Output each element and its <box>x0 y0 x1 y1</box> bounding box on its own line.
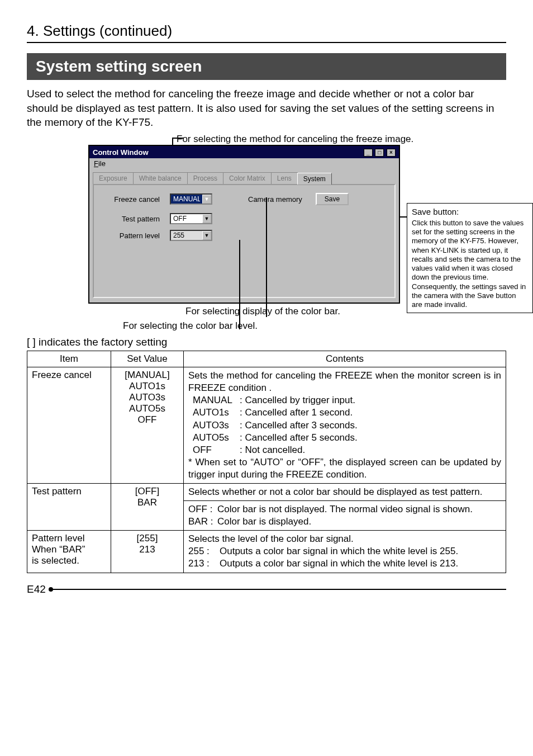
leader-line <box>239 240 240 329</box>
cell-set: [MANUAL] AUTO1s AUTO3s AUTO5s OFF <box>111 367 184 484</box>
page-title-banner: System setting screen <box>27 53 506 80</box>
tab-process[interactable]: Process <box>187 172 223 184</box>
cell-contents: Selects the level of the color bar signa… <box>184 531 506 573</box>
cell-contents: OFF :Color bar is not displayed. The nor… <box>184 501 506 531</box>
tab-exposure[interactable]: Exposure <box>93 172 134 184</box>
callout-body: Click this button to save the values set… <box>412 219 528 310</box>
window-titlebar: Control Window _ □ × <box>89 146 399 158</box>
freeze-cancel-label: Freeze cancel <box>101 195 162 204</box>
contents-intro: Sets the method for canceling the FREEZE… <box>188 370 501 394</box>
opt-val: Cancelled after 5 seconds. <box>245 432 357 443</box>
caption-level: For selecting the color bar level. <box>123 320 506 332</box>
contents-note: * When set to “AUTO” or “OFF”, the displ… <box>188 456 501 481</box>
th-item: Item <box>27 351 111 367</box>
freeze-cancel-select[interactable]: ▼ <box>170 193 212 205</box>
opt-key: AUTO1s <box>193 407 240 419</box>
opt-key: OFF : <box>188 503 217 516</box>
camera-memory-label: Camera memory <box>248 195 302 204</box>
opt-key: AUTO3s <box>193 419 240 432</box>
table-row: Freeze cancel [MANUAL] AUTO1s AUTO3s AUT… <box>27 367 506 484</box>
table-header-row: Item Set Value Contents <box>27 351 506 367</box>
opt-val: Color bar is not displayed. The normal v… <box>217 504 473 514</box>
menu-bar: File <box>89 158 399 169</box>
freeze-cancel-value[interactable] <box>171 195 202 203</box>
cell-item: Test pattern <box>27 484 111 531</box>
save-callout: Save button: Click this button to save t… <box>407 203 533 313</box>
chevron-down-icon[interactable]: ▼ <box>202 231 211 240</box>
cell-contents: Sets the method for canceling the FREEZE… <box>184 367 506 484</box>
opt-val: Cancelled after 1 second. <box>245 407 353 418</box>
cell-contents: Selects whether or not a color bar shoul… <box>184 484 506 501</box>
opt-val: Outputs a color bar signal in which the … <box>220 558 458 569</box>
control-window: Control Window _ □ × File Exposure White… <box>88 145 400 304</box>
caption-freeze-method: For selecting the method for canceling t… <box>177 133 506 145</box>
test-pattern-value[interactable] <box>171 215 202 223</box>
window-title: Control Window <box>93 148 149 157</box>
maximize-icon[interactable]: □ <box>375 149 384 157</box>
opt-key: OFF <box>193 444 240 456</box>
cell-item: Freeze cancel <box>27 367 111 484</box>
tab-system[interactable]: System <box>297 173 332 185</box>
leader-line <box>266 197 267 317</box>
factory-setting-note: [ ] indicates the factory setting <box>27 336 506 348</box>
opt-val: Not cancelled. <box>245 445 305 455</box>
th-contents: Contents <box>184 351 506 367</box>
menu-file[interactable]: File <box>94 159 106 168</box>
pattern-level-select[interactable]: ▼ <box>170 230 212 241</box>
minimize-icon[interactable]: _ <box>364 149 373 157</box>
chevron-down-icon[interactable]: ▼ <box>202 214 211 223</box>
page-number: E42 <box>27 583 46 596</box>
opt-key: 213 : <box>188 557 220 570</box>
window-controls: _ □ × <box>363 148 396 157</box>
settings-table: Item Set Value Contents Freeze cancel [M… <box>27 351 506 573</box>
tab-white-balance[interactable]: White balance <box>133 172 188 184</box>
callout-title: Save button: <box>412 207 528 218</box>
opt-key: BAR : <box>188 516 217 528</box>
opt-key: AUTO5s <box>193 432 240 444</box>
cell-set: [OFF] BAR <box>111 484 184 531</box>
leader-line <box>399 216 407 218</box>
save-button[interactable]: Save <box>316 193 349 205</box>
cell-set: [255] 213 <box>111 531 184 573</box>
chevron-down-icon[interactable]: ▼ <box>202 195 211 204</box>
tab-lens[interactable]: Lens <box>271 172 298 184</box>
table-row: Pattern level When “BAR” is selected. [2… <box>27 531 506 573</box>
footer-rule <box>49 589 506 590</box>
opt-key: 255 : <box>188 545 220 557</box>
tab-body: Freeze cancel ▼ Camera memory Save Test … <box>93 184 396 298</box>
tab-color-matrix[interactable]: Color Matrix <box>223 172 272 184</box>
table-row: Test pattern [OFF] BAR Selects whether o… <box>27 484 506 501</box>
intro-text: Used to select the method for canceling … <box>27 87 506 130</box>
opt-key: MANUAL <box>193 394 240 407</box>
pattern-level-value[interactable] <box>171 231 202 239</box>
opt-val: Cancelled by trigger input. <box>245 395 355 405</box>
test-pattern-label: Test pattern <box>101 215 162 223</box>
opt-val: Cancelled after 3 seconds. <box>245 420 357 431</box>
th-set: Set Value <box>111 351 184 367</box>
close-icon[interactable]: × <box>387 149 396 157</box>
section-header: 4. Settings (continued) <box>27 22 172 40</box>
pattern-level-label: Pattern level <box>101 231 162 240</box>
opt-val: Color bar is displayed. <box>217 516 311 527</box>
tab-row: Exposure White balance Process Color Mat… <box>89 169 399 184</box>
opt-val: Outputs a color bar signal in which the … <box>220 546 458 556</box>
test-pattern-select[interactable]: ▼ <box>170 213 212 224</box>
contents-intro: Selects the level of the color bar signa… <box>188 533 501 545</box>
cell-item: Pattern level When “BAR” is selected. <box>27 531 111 573</box>
